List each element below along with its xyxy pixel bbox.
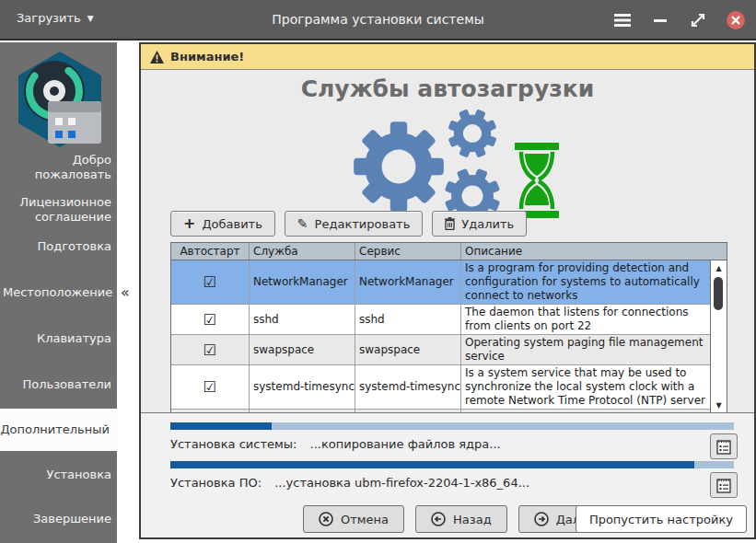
- add-service-label: Добавить: [202, 217, 262, 231]
- sidebar: Добро пожаловать Лицензионное соглашение…: [0, 42, 117, 543]
- system-install-label: Установка системы:: [170, 437, 297, 451]
- sidebar-item-install[interactable]: Установка: [3, 468, 111, 482]
- sidebar-item-keyboard[interactable]: Клавиатура: [3, 331, 111, 346]
- progress-section: Установка системы: ...копирование файлов…: [141, 412, 754, 537]
- sidebar-item-welcome[interactable]: Добро пожаловать: [3, 153, 111, 182]
- page-title: Службы автозагрузки: [141, 75, 754, 102]
- column-header-service: Служба: [250, 243, 355, 260]
- sidebar-item-additional[interactable]: Дополнительный: [0, 409, 117, 451]
- minimize-icon: [653, 13, 668, 28]
- autostart-services-gears-hourglass-icon: [332, 106, 563, 218]
- main-panel: Внимание! Службы автозагрузки: [139, 42, 756, 539]
- edit-service-button[interactable]: ✎ Редактировать: [285, 211, 423, 237]
- service-cell: sshd: [250, 305, 355, 334]
- sidebar-item-users[interactable]: Пользователи: [3, 377, 111, 392]
- cancel-label: Отмена: [341, 513, 389, 526]
- delete-service-button[interactable]: Удалить: [432, 211, 527, 237]
- trash-icon: [445, 217, 455, 230]
- window-controls: [611, 0, 747, 40]
- description-cell: Operating system paging file management …: [461, 335, 710, 364]
- sidebar-item-location[interactable]: Местоположение: [3, 285, 111, 300]
- system-install-progressbar: [170, 422, 734, 430]
- service-cell: systemd-timesync: [250, 365, 355, 409]
- back-label: Назад: [453, 513, 492, 526]
- autostart-checkbox[interactable]: ☑: [171, 335, 250, 364]
- scrollbar-thumb[interactable]: [714, 277, 723, 310]
- close-button[interactable]: [725, 9, 747, 31]
- delete-service-label: Удалить: [461, 217, 514, 231]
- cancel-button[interactable]: Отмена: [303, 505, 404, 533]
- column-header-autostart: Автостарт: [171, 243, 250, 260]
- sidebar-item-license[interactable]: Лицензионное соглашение: [3, 195, 111, 225]
- software-install-label: Установка ПО:: [170, 476, 262, 490]
- hamburger-icon: [613, 13, 632, 28]
- description-cell: Is a system service that may be used to …: [461, 365, 710, 409]
- table-row-sshd[interactable]: ☑ sshd sshd The daemon that listens for …: [171, 305, 710, 335]
- system-install-progress-fill: [170, 422, 272, 430]
- hourglass-icon: [515, 143, 559, 218]
- software-install-status: Установка ПО: ...установка ubm-firefox-2…: [170, 476, 529, 490]
- edit-service-label: Редактировать: [315, 217, 411, 231]
- software-install-progressbar: [170, 461, 734, 468]
- scroll-up-button[interactable]: ▲: [712, 261, 726, 274]
- software-install-log-button[interactable]: [710, 472, 738, 498]
- back-button[interactable]: Назад: [415, 505, 507, 533]
- unit-cell: sshd: [355, 305, 461, 334]
- skip-setup-label: Пропустить настройку: [589, 513, 733, 526]
- maximize-button[interactable]: [687, 9, 709, 31]
- software-install-progress-fill: [170, 461, 694, 468]
- skip-setup-button[interactable]: Пропустить настройку: [576, 505, 747, 533]
- table-row-swapspace[interactable]: ☑ swapspace swapspace Operating system p…: [171, 335, 710, 365]
- installer-window: Загрузить ▼ Программа установки системы: [0, 0, 756, 543]
- journal-icon: [716, 478, 731, 493]
- services-table-header: Автостарт Служба Сервис Описание: [171, 243, 727, 260]
- column-header-description: Описание: [461, 243, 727, 260]
- warning-icon: [150, 51, 164, 64]
- table-scrollbar[interactable]: ▲ ▼: [710, 260, 727, 412]
- titlebar: Загрузить ▼ Программа установки системы: [0, 0, 756, 40]
- services-table: Автостарт Служба Сервис Описание ☑ Netwo…: [170, 242, 727, 413]
- sidebar-item-preparation[interactable]: Подготовка: [3, 239, 111, 254]
- collapse-sidebar-button[interactable]: «: [121, 283, 130, 301]
- service-cell: swapspace: [250, 335, 355, 364]
- unit-cell: NetworkManager: [355, 260, 461, 304]
- table-row-networkmanager[interactable]: ☑ NetworkManager NetworkManager Is a pro…: [171, 260, 710, 305]
- software-install-status-text: ...установка ubm-firefox-2204-1-x86_64..…: [274, 476, 529, 490]
- table-row-systemd-timesync[interactable]: ☑ systemd-timesync systemd-timesync Is a…: [171, 365, 710, 410]
- system-install-status: Установка системы: ...копирование файлов…: [170, 437, 501, 451]
- unit-cell: systemd-timesync: [355, 365, 461, 409]
- description-cell: Is a program for providing detection and…: [461, 260, 710, 304]
- menu-button[interactable]: [611, 9, 634, 31]
- pencil-icon: ✎: [297, 216, 308, 231]
- installer-logo-icon: [9, 50, 110, 149]
- system-install-log-button[interactable]: [710, 433, 738, 459]
- services-table-body: ☑ NetworkManager NetworkManager Is a pro…: [171, 260, 710, 412]
- maximize-icon: [690, 12, 706, 29]
- column-header-unit: Сервис: [355, 243, 461, 260]
- sidebar-item-finish[interactable]: Завершение: [3, 512, 111, 526]
- cancel-icon: [319, 512, 333, 526]
- system-install-status-text: ...копирование файлов ядра...: [310, 437, 501, 451]
- plus-icon: +: [183, 216, 195, 231]
- minimize-button[interactable]: [649, 9, 671, 31]
- service-cell: NetworkManager: [250, 260, 355, 304]
- autostart-checkbox[interactable]: ☑: [171, 365, 250, 409]
- close-icon: [726, 10, 746, 30]
- warning-label: Внимание!: [170, 50, 244, 64]
- arrow-left-icon: [431, 512, 446, 526]
- content-area: Службы автозагрузки: [141, 71, 754, 414]
- autostart-checkbox[interactable]: ☑: [171, 260, 250, 304]
- arrow-right-icon: [534, 512, 549, 526]
- warning-banner: Внимание!: [141, 44, 754, 70]
- journal-icon: [716, 439, 731, 455]
- add-service-button[interactable]: + Добавить: [170, 211, 275, 237]
- scroll-down-button[interactable]: ▼: [712, 399, 726, 411]
- description-cell: The daemon that listens for connections …: [461, 305, 710, 334]
- unit-cell: swapspace: [355, 335, 461, 364]
- sidebar-collapse-strip: «: [117, 42, 139, 543]
- services-toolbar: + Добавить ✎ Редактировать Удалить: [170, 211, 527, 237]
- wizard-nav-buttons: Отмена Назад Далее: [303, 505, 611, 533]
- autostart-checkbox[interactable]: ☑: [171, 305, 250, 334]
